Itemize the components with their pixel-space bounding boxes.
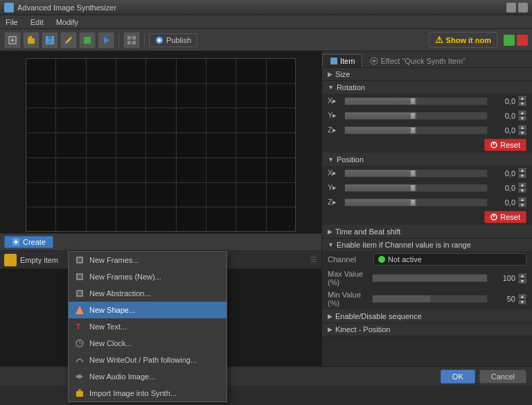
rotation-z-spin[interactable]: ▲ ▼	[518, 125, 526, 135]
min-down[interactable]: ▼	[518, 300, 526, 304]
max-slider[interactable]	[372, 274, 488, 282]
size-section[interactable]: ▶ Size	[322, 68, 532, 81]
kinect-section[interactable]: ▶ Kinect - Position	[322, 323, 532, 336]
position-y-up[interactable]: ▲	[518, 182, 526, 187]
max-label: Max Value (%)	[328, 270, 369, 286]
channel-label: Channel	[328, 255, 369, 264]
ctx-new-frames-new[interactable]: New Frames (New)...	[69, 268, 227, 285]
tb-green-indicator[interactable]	[504, 35, 515, 46]
rotation-z-up[interactable]: ▲	[518, 125, 526, 130]
rotation-y-row: Y▸ 0,0 ▲ ▼	[322, 108, 532, 123]
create-button[interactable]: Create	[4, 236, 53, 248]
rotation-z-down[interactable]: ▼	[518, 130, 526, 135]
position-z-down[interactable]: ▼	[518, 203, 526, 207]
tb-save-btn[interactable]	[42, 32, 58, 49]
ctx-new-text[interactable]: T New Text...	[69, 318, 227, 335]
tab-item[interactable]: Item	[322, 54, 362, 67]
position-y-spin[interactable]: ▲ ▼	[518, 182, 526, 193]
position-z-label: Z▸	[328, 198, 342, 207]
tb-open-btn[interactable]	[23, 32, 39, 49]
position-y-slider[interactable]	[344, 184, 488, 192]
position-z-spin[interactable]: ▲ ▼	[518, 197, 526, 207]
menu-file[interactable]: File	[3, 18, 21, 26]
max-up[interactable]: ▲	[518, 273, 526, 278]
rotation-y-down[interactable]: ▼	[518, 116, 526, 121]
position-x-down[interactable]: ▼	[518, 173, 526, 178]
ctx-new-writeout[interactable]: New WriteOut / Path following...	[69, 352, 227, 368]
enable-disable-section[interactable]: ▶ Enable/Disable sequence	[322, 310, 532, 323]
svg-rect-19	[78, 258, 82, 262]
position-reset-btn[interactable]: Reset	[484, 211, 526, 223]
rotation-x-slider[interactable]	[344, 97, 488, 105]
main-content: Create Empty item ≡ New Frames...	[0, 51, 532, 386]
tb-arrow-btn[interactable]	[98, 32, 114, 49]
rotation-reset-row: Reset	[322, 137, 532, 153]
rotation-z-slider[interactable]	[344, 126, 488, 135]
warning-icon: ⚠	[435, 35, 443, 45]
ctx-label-0: New Frames...	[89, 256, 139, 264]
tb-grid-btn[interactable]	[123, 32, 140, 49]
position-x-up[interactable]: ▲	[518, 168, 526, 173]
rotation-y-up[interactable]: ▲	[518, 110, 526, 115]
position-y-down[interactable]: ▼	[518, 188, 526, 193]
tb-green-btn[interactable]	[79, 32, 96, 49]
time-label: Time and Beat shift	[335, 227, 400, 236]
time-arrow: ▶	[328, 228, 332, 235]
publish-button[interactable]: Publish	[149, 33, 197, 47]
maximize-btn[interactable]	[518, 3, 528, 12]
rotation-header[interactable]: ▼ Rotation	[322, 81, 532, 94]
rotation-x-down[interactable]: ▼	[518, 101, 526, 106]
min-slider[interactable]	[372, 295, 488, 303]
channel-value[interactable]: Not active	[373, 253, 526, 266]
svg-rect-21	[78, 275, 82, 279]
ctx-new-clock[interactable]: New Clock...	[69, 335, 227, 352]
rotation-x-up[interactable]: ▲	[518, 96, 526, 101]
max-spin[interactable]: ▲ ▼	[518, 273, 526, 284]
ctx-new-shape[interactable]: New Shape...	[69, 302, 227, 318]
svg-rect-23	[78, 291, 82, 295]
position-z-up[interactable]: ▲	[518, 197, 526, 202]
rotation-x-spin[interactable]: ▲ ▼	[518, 96, 526, 106]
svg-rect-6	[47, 40, 53, 44]
show-it-now-label: Show it nom	[446, 36, 491, 44]
ctx-new-audio[interactable]: New Audio Image...	[69, 368, 227, 385]
item-icon	[4, 254, 17, 266]
position-y-value: 0,0	[490, 184, 515, 192]
rotation-y-slider[interactable]	[344, 112, 488, 120]
left-bottom: Create Empty item ≡ New Frames...	[0, 233, 321, 386]
size-label: Size	[335, 70, 350, 78]
position-z-slider[interactable]	[344, 198, 488, 207]
position-y-label: Y▸	[328, 183, 342, 192]
tb-new-btn[interactable]	[4, 32, 21, 49]
position-arrow: ▼	[328, 156, 334, 163]
ctx-new-frames[interactable]: New Frames...	[69, 252, 227, 268]
svg-rect-3	[28, 38, 35, 44]
menu-edit[interactable]: Edit	[28, 18, 46, 26]
svg-marker-8	[104, 37, 109, 44]
cancel-button[interactable]: Cancel	[479, 370, 526, 384]
channel-dot	[378, 256, 385, 263]
enable-header[interactable]: ▼ Enable item if Channel value is in ran…	[322, 239, 532, 251]
position-header[interactable]: ▼ Position	[322, 153, 532, 166]
tb-pencil-btn[interactable]	[60, 32, 77, 49]
rotation-z-row: Z▸ 0,0 ▲ ▼	[322, 123, 532, 137]
ctx-import-image[interactable]: Import Image into Synth...	[69, 385, 227, 402]
tab-effect[interactable]: Effect "Quick Synth Item"	[362, 54, 473, 67]
ctx-icon-clock	[74, 338, 85, 349]
minimize-btn[interactable]	[506, 3, 516, 12]
menu-modify[interactable]: Modify	[53, 18, 81, 26]
rotation-reset-btn[interactable]: Reset	[484, 139, 526, 151]
max-down[interactable]: ▼	[518, 279, 526, 284]
position-label: Position	[337, 155, 364, 164]
rotation-y-spin[interactable]: ▲ ▼	[518, 110, 526, 121]
time-beat-section[interactable]: ▶ Time and Beat shift	[322, 225, 532, 239]
tb-red-indicator[interactable]	[517, 35, 528, 46]
ok-button[interactable]: OK	[441, 370, 475, 384]
show-it-now-button[interactable]: ⚠ Show it nom	[429, 32, 497, 48]
position-x-slider[interactable]	[344, 169, 488, 178]
ctx-icon-frames	[74, 255, 85, 266]
min-spin[interactable]: ▲ ▼	[518, 294, 526, 304]
ctx-new-abstraction[interactable]: New Abstraction...	[69, 285, 227, 302]
position-x-spin[interactable]: ▲ ▼	[518, 168, 526, 178]
min-up[interactable]: ▲	[518, 294, 526, 299]
